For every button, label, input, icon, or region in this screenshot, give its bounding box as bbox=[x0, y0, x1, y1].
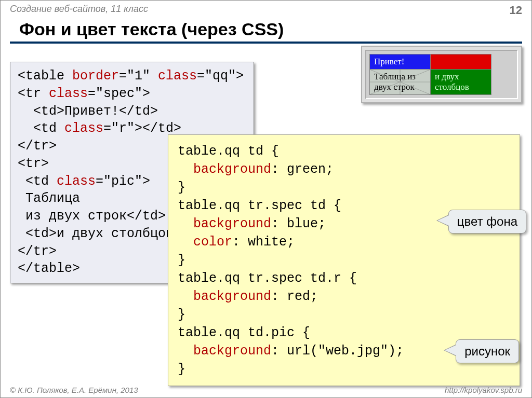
code-line: table.qq td.pic { bbox=[178, 325, 310, 340]
prop: background bbox=[178, 344, 271, 359]
code-line: } bbox=[178, 180, 185, 195]
code-line: </tr> bbox=[18, 139, 57, 154]
browser-client: Привет! Таблица из двух строк и двух сто… bbox=[365, 50, 518, 99]
footer: © К.Ю. Поляков, Е.А. Ерёмин, 2013 http:/… bbox=[1, 386, 531, 394]
code-line: } bbox=[178, 362, 185, 377]
code-line: <td bbox=[18, 121, 57, 136]
callout-tail bbox=[445, 345, 456, 355]
attr: class bbox=[57, 121, 103, 136]
code-line: <tr bbox=[18, 86, 41, 101]
code-line: ="pic"> bbox=[96, 174, 150, 189]
code-line: ="spec"> bbox=[88, 86, 150, 101]
code-line: table.qq tr.spec td.r { bbox=[178, 271, 357, 286]
callout-tail bbox=[437, 215, 449, 226]
cell-green-line: и двух bbox=[435, 72, 459, 81]
prop: color bbox=[178, 235, 232, 250]
slide: Создание веб-сайтов, 11 класс 12 Фон и ц… bbox=[0, 0, 532, 398]
cell-blue: Привет! bbox=[370, 54, 431, 70]
callout-label: цвет фона bbox=[457, 214, 517, 228]
code-line: <table bbox=[18, 68, 64, 84]
authors: © К.Ю. Поляков, Е.А. Ерёмин, 2013 bbox=[10, 386, 138, 394]
attr: class bbox=[41, 86, 88, 101]
code-line: из двух строк</td> bbox=[18, 209, 166, 224]
title-rule bbox=[10, 42, 522, 44]
callout-label: рисунок bbox=[464, 344, 510, 358]
attr: class bbox=[150, 68, 197, 84]
callout-bg-color: цвет фона bbox=[448, 210, 526, 234]
attr: border bbox=[64, 68, 119, 84]
table-row: Таблица из двух строк и двух столбцов bbox=[370, 70, 491, 95]
code-line: table.qq td { bbox=[178, 144, 279, 159]
code-line: : red; bbox=[271, 289, 318, 304]
callout-picture: рисунок bbox=[456, 339, 519, 363]
code-line: </table> bbox=[18, 261, 80, 276]
code-line: : green; bbox=[271, 162, 334, 177]
code-line: : white; bbox=[232, 235, 295, 250]
table-row: Привет! bbox=[370, 54, 491, 70]
code-line: <td>Привет!</td> bbox=[18, 104, 158, 119]
code-line: } bbox=[178, 253, 185, 268]
code-line: table.qq tr.spec td { bbox=[178, 198, 341, 213]
slide-title: Фон и цвет текста (через CSS) bbox=[19, 19, 531, 39]
code-line: Таблица bbox=[18, 191, 80, 206]
prop: background bbox=[178, 216, 271, 231]
footer-url: http://kpolyakov.spb.ru bbox=[445, 386, 522, 394]
header-bar: Создание веб-сайтов, 11 класс 12 bbox=[1, 1, 531, 18]
code-line: <td bbox=[18, 174, 49, 189]
cell-green-line: столбцов bbox=[435, 82, 469, 92]
code-line: <tr> bbox=[18, 156, 49, 171]
cell-red bbox=[431, 54, 491, 70]
code-line: } bbox=[178, 307, 185, 322]
code-line: ="r"></td> bbox=[103, 121, 181, 136]
code-line: ="1" bbox=[119, 68, 150, 84]
code-line: ="qq"> bbox=[197, 68, 244, 84]
cell-pic: Таблица из двух строк bbox=[370, 70, 431, 95]
code-line: : blue; bbox=[271, 216, 326, 231]
cell-green: и двух столбцов bbox=[431, 70, 491, 95]
prop: background bbox=[178, 289, 271, 304]
code-line: : url("web.jpg"); bbox=[271, 344, 404, 359]
attr: class bbox=[49, 174, 96, 189]
page-number: 12 bbox=[510, 4, 522, 17]
prop: background bbox=[178, 162, 271, 177]
browser-preview: Привет! Таблица из двух строк и двух сто… bbox=[361, 46, 522, 103]
web-pattern-icon bbox=[370, 70, 430, 94]
code-line: </tr> bbox=[18, 244, 57, 259]
demo-table: Привет! Таблица из двух строк и двух сто… bbox=[369, 54, 491, 95]
course-label: Создание веб-сайтов, 11 класс bbox=[10, 4, 148, 15]
